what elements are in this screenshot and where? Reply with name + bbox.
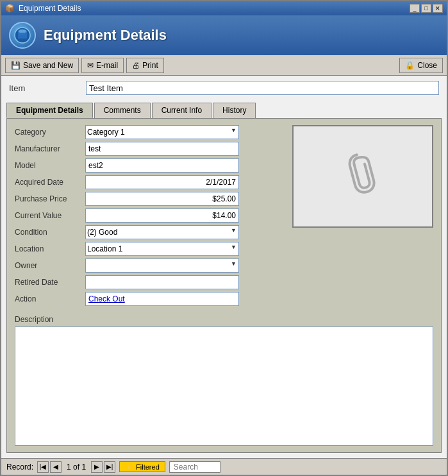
- item-input[interactable]: [86, 81, 439, 95]
- close-icon: 🔒: [405, 61, 415, 70]
- nav-prev-button[interactable]: ◀: [50, 461, 62, 473]
- status-bar: Record: |◀ ◀ 1 of 1 ▶ ▶| ⚡ Filtered: [1, 458, 447, 475]
- title-bar-left: 📦 Equipment Details: [5, 4, 81, 13]
- maximize-button[interactable]: □: [421, 4, 431, 13]
- title-bar-controls: _ □ ✕: [410, 4, 443, 13]
- label-category: Category: [15, 128, 85, 137]
- label-owner: Owner: [15, 261, 85, 270]
- owner-select[interactable]: [85, 259, 239, 273]
- svg-rect-3: [19, 30, 26, 33]
- item-label: Item: [9, 83, 86, 93]
- field-row-location: Location Location 1 Location 2: [15, 242, 285, 256]
- field-row-current-value: Current Value: [15, 208, 285, 223]
- field-row-condition: Condition (1) Excellent (2) Good (3) Fai…: [15, 225, 285, 239]
- title-bar: 📦 Equipment Details _ □ ✕: [1, 1, 447, 15]
- tab-equipment-details[interactable]: Equipment Details: [6, 103, 93, 118]
- category-select-wrapper: Category 1 Category 2: [85, 125, 239, 139]
- acquired-date-input[interactable]: [85, 175, 239, 189]
- print-button[interactable]: 🖨 Print: [126, 58, 164, 73]
- field-row-purchase-price: Purchase Price: [15, 192, 285, 206]
- nav-next-button[interactable]: ▶: [91, 461, 103, 473]
- filtered-button[interactable]: ⚡ Filtered: [119, 461, 165, 472]
- label-acquired-date: Acquired Date: [15, 178, 85, 187]
- field-row-model: Model: [15, 158, 285, 173]
- close-window-button[interactable]: ✕: [433, 4, 443, 13]
- tab-history[interactable]: History: [213, 103, 256, 118]
- close-button[interactable]: 🔒 Close: [399, 58, 443, 73]
- model-input[interactable]: [85, 158, 239, 173]
- minimize-button[interactable]: _: [410, 4, 420, 13]
- field-row-manufacturer: Manufacturer: [15, 142, 285, 156]
- action-field: Check Out: [85, 292, 239, 306]
- purchase-price-input[interactable]: [85, 192, 239, 206]
- description-area: Description: [15, 315, 433, 446]
- retired-date-input[interactable]: [85, 275, 239, 289]
- filter-icon: ⚡: [125, 463, 134, 471]
- field-row-retired-date: Retired Date: [15, 275, 285, 289]
- save-icon: 💾: [11, 61, 21, 70]
- field-row-action: Action Check Out: [15, 292, 285, 306]
- nav-last-button[interactable]: ▶|: [104, 461, 115, 473]
- print-icon: 🖨: [132, 61, 140, 70]
- tab-comments[interactable]: Comments: [94, 103, 151, 118]
- label-action: Action: [15, 294, 85, 303]
- location-select[interactable]: Location 1 Location 2: [85, 242, 239, 256]
- owner-select-wrapper: [85, 259, 239, 273]
- category-select[interactable]: Category 1 Category 2: [85, 125, 239, 139]
- label-model: Model: [15, 161, 85, 170]
- field-row-owner: Owner: [15, 259, 285, 273]
- form-fields: Category Category 1 Category 2 Manufactu…: [15, 125, 285, 309]
- current-value-input[interactable]: [85, 208, 239, 223]
- label-location: Location: [15, 244, 85, 253]
- field-row-category: Category Category 1 Category 2: [15, 125, 285, 139]
- toolbar: 💾 Save and New ✉ E-mail 🖨 Print 🔒 Close: [1, 55, 447, 76]
- check-out-link[interactable]: Check Out: [88, 294, 125, 303]
- nav-first-button[interactable]: |◀: [37, 461, 49, 473]
- label-purchase-price: Purchase Price: [15, 194, 85, 203]
- label-retired-date: Retired Date: [15, 278, 85, 287]
- form-grid: Category Category 1 Category 2 Manufactu…: [15, 125, 433, 309]
- email-icon: ✉: [87, 61, 94, 70]
- label-current-value: Current Value: [15, 211, 85, 220]
- label-condition: Condition: [15, 228, 85, 237]
- image-box[interactable]: [292, 125, 433, 228]
- svg-rect-2: [18, 32, 27, 38]
- field-row-acquired-date: Acquired Date: [15, 175, 285, 189]
- manufacturer-input[interactable]: [85, 142, 239, 156]
- description-label: Description: [15, 315, 433, 324]
- paperclip-icon: [344, 148, 382, 205]
- tab-content: Category Category 1 Category 2 Manufactu…: [6, 118, 442, 453]
- header-icon: [9, 22, 36, 49]
- record-label: Record:: [6, 463, 33, 472]
- record-count: 1 of 1: [63, 463, 90, 472]
- tabs-area: Equipment Details Comments Current Info …: [1, 100, 447, 458]
- record-nav: |◀ ◀ 1 of 1 ▶ ▶|: [37, 461, 115, 473]
- condition-select-wrapper: (1) Excellent (2) Good (3) Fair (4) Poor: [85, 225, 239, 239]
- description-textarea[interactable]: [15, 327, 433, 446]
- label-manufacturer: Manufacturer: [15, 144, 85, 153]
- tab-current-info[interactable]: Current Info: [152, 103, 212, 118]
- search-input[interactable]: [169, 461, 220, 473]
- window-title: Equipment Details: [19, 4, 81, 13]
- header-title: Equipment Details: [44, 27, 167, 44]
- save-and-new-button[interactable]: 💾 Save and New: [5, 58, 79, 73]
- tab-bar: Equipment Details Comments Current Info …: [6, 103, 442, 118]
- item-row: Item: [1, 76, 447, 100]
- location-select-wrapper: Location 1 Location 2: [85, 242, 239, 256]
- window-icon: 📦: [5, 4, 15, 13]
- condition-select[interactable]: (1) Excellent (2) Good (3) Fair (4) Poor: [85, 225, 239, 239]
- main-window: 📦 Equipment Details _ □ ✕ Equipment Deta…: [0, 0, 448, 476]
- email-button[interactable]: ✉ E-mail: [81, 58, 124, 73]
- header: Equipment Details: [1, 15, 447, 55]
